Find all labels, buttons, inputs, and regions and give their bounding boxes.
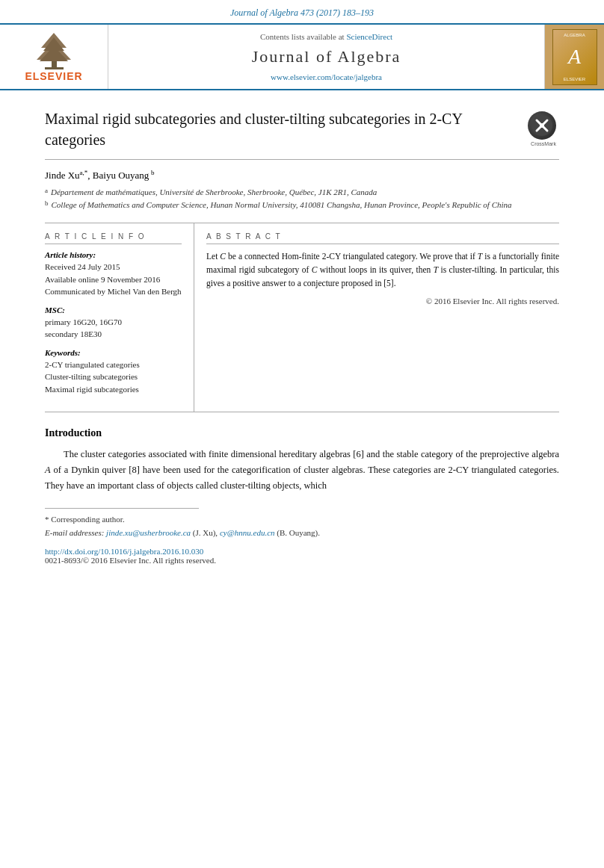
affil-b-text: College of Mathematics and Computer Scie… bbox=[52, 199, 512, 211]
cover-a-letter: A bbox=[568, 46, 581, 67]
affiliations: a Département de mathématiques, Universi… bbox=[45, 186, 559, 211]
author-a-name: Jinde Xu bbox=[45, 170, 80, 181]
affil-a-text: Département de mathématiques, Université… bbox=[51, 186, 377, 199]
journal-of-algebra-title: Journal of Algebra bbox=[252, 47, 401, 66]
svg-marker-3 bbox=[40, 37, 68, 61]
keywords-label: Keywords: bbox=[45, 348, 182, 357]
introduction-paragraph: The cluster categories associated with f… bbox=[45, 447, 559, 493]
crossmark-svg bbox=[531, 114, 553, 137]
email-label: E-mail addresses: bbox=[45, 528, 104, 537]
elsevier-tree-icon bbox=[26, 31, 82, 70]
keyword-1: 2-CY triangulated categories bbox=[45, 359, 182, 371]
msc-primary: primary 16G20, 16G70 bbox=[45, 316, 182, 329]
cover-bottom-text: ELSEVIER bbox=[564, 77, 585, 81]
abstract-text: Let C be a connected Hom-finite 2-CY tri… bbox=[206, 250, 559, 290]
msc-group: MSC: primary 16G20, 16G70 secondary 18E3… bbox=[45, 306, 182, 341]
crossmark-badge[interactable]: CrossMark bbox=[528, 111, 559, 143]
doi-section: http://dx.doi.org/10.1016/j.jalgebra.201… bbox=[45, 547, 559, 565]
history-received: Received 24 July 2015 bbox=[45, 261, 182, 273]
introduction-heading: Introduction bbox=[45, 427, 559, 439]
authors-line: Jinde Xua,*, Baiyu Ouyang b bbox=[45, 169, 559, 182]
keyword-2: Cluster-tilting subcategories bbox=[45, 371, 182, 383]
contents-label-text: Contents lists available at bbox=[260, 32, 345, 41]
corresponding-author-note: * Corresponding author. bbox=[45, 513, 559, 527]
email1-link[interactable]: jinde.xu@usherbrooke.ca bbox=[106, 528, 191, 537]
abstract-col: A B S T R A C T Let C be a connected Hom… bbox=[194, 223, 559, 412]
sciencedirect-link[interactable]: ScienceDirect bbox=[346, 32, 392, 41]
article-title-section: Maximal rigid subcategories and cluster-… bbox=[45, 108, 559, 160]
abstract-copyright: © 2016 Elsevier Inc. All rights reserved… bbox=[206, 297, 559, 306]
journal-citation-text: Journal of Algebra 473 (2017) 183–193 bbox=[230, 7, 374, 18]
footnote-section: * Corresponding author. E-mail addresses… bbox=[45, 513, 559, 539]
contents-line: Contents lists available at ScienceDirec… bbox=[260, 32, 392, 41]
journal-title-center: Contents lists available at ScienceDirec… bbox=[108, 25, 544, 89]
journal-url[interactable]: www.elsevier.com/locate/jalgebra bbox=[271, 72, 382, 81]
footnote-divider bbox=[45, 508, 199, 509]
journal-cover-image: ALGEBRA A ELSEVIER bbox=[552, 29, 597, 85]
publisher-header: ELSEVIER Contents lists available at Sci… bbox=[0, 23, 604, 90]
intro-a-math: A bbox=[45, 465, 51, 475]
author-b-name: Baiyu Ouyang bbox=[93, 170, 149, 181]
crossmark-label: CrossMark bbox=[528, 141, 559, 146]
main-content: Maximal rigid subcategories and cluster-… bbox=[0, 90, 604, 580]
affil-a-line: a Département de mathématiques, Universi… bbox=[45, 186, 559, 199]
abstract-c-math: C bbox=[220, 252, 226, 261]
page-container: Journal of Algebra 473 (2017) 183–193 EL… bbox=[0, 0, 604, 868]
svg-rect-1 bbox=[45, 67, 64, 69]
author-a-sup: a,* bbox=[80, 169, 88, 176]
article-history-group: Article history: Received 24 July 2015 A… bbox=[45, 250, 182, 298]
elsevier-logo-box: ELSEVIER bbox=[0, 25, 108, 89]
journal-cover-box: ALGEBRA A ELSEVIER bbox=[544, 25, 604, 89]
affil-a-mark: a bbox=[45, 186, 48, 199]
doi-link[interactable]: http://dx.doi.org/10.1016/j.jalgebra.201… bbox=[45, 547, 203, 556]
affil-b-mark: b bbox=[45, 199, 49, 211]
abstract-text-part4: without loops in its quiver, then bbox=[317, 265, 433, 274]
journal-citation: Journal of Algebra 473 (2017) 183–193 bbox=[0, 0, 604, 23]
keywords-group: Keywords: 2-CY triangulated categories C… bbox=[45, 348, 182, 396]
email2-person: (B. Ouyang). bbox=[275, 528, 321, 537]
email1-person: (J. Xu), bbox=[191, 528, 218, 537]
intro-text-part1: The cluster categories associated with f… bbox=[64, 449, 559, 459]
svg-point-7 bbox=[540, 123, 544, 128]
author-b-sup: b bbox=[151, 169, 155, 176]
keyword-3: Maximal rigid subcategories bbox=[45, 383, 182, 396]
msc-label: MSC: bbox=[45, 306, 182, 314]
email-addresses-line: E-mail addresses: jinde.xu@usherbrooke.c… bbox=[45, 527, 559, 540]
history-communicated: Communicated by Michel Van den Bergh bbox=[45, 285, 182, 298]
email2-link[interactable]: cy@hnnu.edu.cn bbox=[220, 528, 275, 537]
article-info-title: A R T I C L E I N F O bbox=[45, 232, 182, 244]
article-info-col: A R T I C L E I N F O Article history: R… bbox=[45, 223, 194, 412]
abstract-text-part2: be a connected Hom-finite 2-CY triangula… bbox=[226, 252, 478, 261]
history-available: Available online 9 November 2016 bbox=[45, 273, 182, 286]
two-col-section: A R T I C L E I N F O Article history: R… bbox=[45, 223, 559, 412]
intro-text-part2: of a Dynkin quiver [8] have been used fo… bbox=[45, 465, 559, 491]
issn-copyright-line: 0021-8693/© 2016 Elsevier Inc. All right… bbox=[45, 556, 559, 565]
elsevier-brand-text: ELSEVIER bbox=[25, 70, 82, 82]
affil-b-line: b College of Mathematics and Computer Sc… bbox=[45, 199, 559, 211]
abstract-text-part1: Let bbox=[206, 252, 220, 261]
cover-algebra-label: ALGEBRA bbox=[564, 33, 585, 37]
abstract-title: A B S T R A C T bbox=[206, 232, 559, 244]
article-title: Maximal rigid subcategories and cluster-… bbox=[45, 108, 516, 150]
msc-secondary: secondary 18E30 bbox=[45, 328, 182, 341]
history-label: Article history: bbox=[45, 250, 182, 259]
crossmark-icon bbox=[528, 111, 556, 140]
